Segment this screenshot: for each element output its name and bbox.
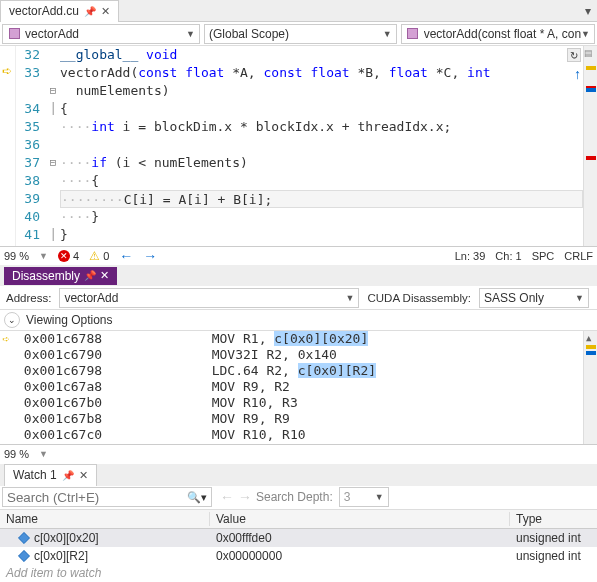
watch-header: Watch 1 📌 ✕	[0, 464, 597, 486]
expand-icon[interactable]: ⌄	[4, 312, 20, 328]
chevron-down-icon[interactable]: ▼	[39, 449, 48, 459]
disassembly-status-bar: 99 % ▼	[0, 444, 597, 463]
tab-label: vectorAdd.cu	[9, 4, 79, 18]
watch-name: c[0x0][0x20]	[34, 531, 99, 545]
editor-tab-bar: vectorAdd.cu 📌 ✕ ▾	[0, 0, 597, 22]
watch-search-input[interactable]: 🔍▾	[2, 487, 212, 507]
marker-current	[586, 66, 596, 70]
zoom-level[interactable]: 99 %	[4, 448, 29, 460]
variable-icon	[18, 550, 30, 562]
close-icon[interactable]: ✕	[79, 469, 88, 482]
pin-icon[interactable]: 📌	[84, 270, 96, 281]
disassembly-header: Disassembly 📌 ✕	[0, 265, 597, 286]
search-field[interactable]	[7, 490, 187, 505]
watch-value: 0x00000000	[210, 549, 510, 563]
search-icon[interactable]: 🔍▾	[187, 491, 207, 504]
chevron-down-icon: ▼	[186, 29, 195, 39]
warning-icon: ⚠	[89, 249, 100, 263]
nav-back-icon[interactable]: ←	[220, 489, 234, 505]
nav-back-icon[interactable]: ←	[119, 248, 133, 264]
scope-combo[interactable]: (Global Scope) ▼	[204, 24, 397, 44]
cube-icon	[407, 28, 418, 39]
indent-mode[interactable]: SPC	[532, 250, 555, 262]
viewing-options-label[interactable]: Viewing Options	[26, 313, 113, 327]
col-value-header[interactable]: Value	[210, 512, 510, 526]
address-label: Address:	[6, 292, 51, 304]
fold-column[interactable]: ⊟│⊟│	[46, 46, 60, 246]
search-depth-label: Search Depth:	[256, 490, 333, 504]
watch-type: unsigned int	[510, 549, 597, 563]
disassembly-toolbar: Address: vectorAdd ▼ CUDA Disassembly: S…	[0, 286, 597, 310]
editor-tab[interactable]: vectorAdd.cu 📌 ✕	[0, 0, 119, 22]
chevron-down-icon: ▼	[383, 29, 392, 39]
search-depth-controls: ← → Search Depth: 3 ▼	[214, 485, 397, 509]
marker-error	[586, 156, 596, 160]
disassembly-tab[interactable]: Disassembly 📌 ✕	[4, 267, 117, 285]
watch-tab[interactable]: Watch 1 📌 ✕	[4, 464, 97, 486]
scope-combo-row: vectorAdd ▼ (Global Scope) ▼ vectorAdd(c…	[0, 22, 597, 46]
watch-grid-header: Name Value Type	[0, 510, 597, 529]
chevron-down-icon[interactable]: ▼	[39, 251, 48, 261]
watch-type: unsigned int	[510, 531, 597, 545]
pin-icon[interactable]: 📌	[84, 6, 96, 17]
disassembly-body[interactable]: ➪ 0x001c6788 MOV R1, c[0x0][0x20] 0x001c…	[0, 331, 597, 444]
col-type-header[interactable]: Type	[510, 512, 597, 526]
disassembly-lines[interactable]: 0x001c6788 MOV R1, c[0x0][0x20] 0x001c67…	[16, 331, 583, 444]
zoom-level[interactable]: 99 %	[4, 250, 29, 262]
watch-tab-label: Watch 1	[13, 468, 57, 482]
scope-combo-label: (Global Scope)	[209, 27, 289, 41]
viewing-options-row: ⌄ Viewing Options	[0, 310, 597, 331]
line-indicator[interactable]: Ln: 39	[455, 250, 486, 262]
editor-status-bar: 99 % ▼ ✕4 ⚠0 ← → Ln: 39 Ch: 1 SPC CRLF	[0, 246, 597, 265]
disassembly-gutter: ➪	[0, 331, 16, 444]
col-name-header[interactable]: Name	[0, 512, 210, 526]
watch-row[interactable]: c[0x0][0x20]0x00fffde0unsigned int	[0, 529, 597, 547]
line-numbers: 32333435363738394041	[16, 46, 46, 246]
watch-rows: c[0x0][0x20]0x00fffde0unsigned intc[0x0]…	[0, 529, 597, 565]
breakpoint-gutter[interactable]: ➪	[0, 46, 16, 246]
chevron-down-icon: ▼	[375, 492, 384, 502]
error-icon: ✕	[58, 250, 70, 262]
chevron-down-icon: ▼	[346, 293, 355, 303]
function-combo[interactable]: vectorAdd(const float * A, con ▼	[401, 24, 595, 44]
current-line-arrow-icon: ➪	[2, 332, 9, 346]
watch-name: c[0x0][R2]	[34, 549, 88, 563]
marker	[586, 351, 596, 355]
dropdown-icon[interactable]: ▾	[579, 4, 597, 18]
disassembly-tab-label: Disassembly	[12, 269, 80, 283]
address-input[interactable]: vectorAdd ▼	[59, 288, 359, 308]
nav-forward-icon[interactable]: →	[238, 489, 252, 505]
watch-value: 0x00fffde0	[210, 531, 510, 545]
nav-forward-icon[interactable]: →	[143, 248, 157, 264]
close-icon[interactable]: ✕	[100, 269, 109, 282]
scroll-up-icon[interactable]: ▲	[586, 333, 591, 343]
pin-icon[interactable]: 📌	[62, 470, 74, 481]
code-editor[interactable]: ➪ 32333435363738394041 ⊟│⊟│ __global__ v…	[0, 46, 597, 246]
warning-count[interactable]: ⚠0	[89, 249, 109, 263]
project-combo[interactable]: vectorAdd ▼	[2, 24, 200, 44]
eol-mode[interactable]: CRLF	[564, 250, 593, 262]
current-line-arrow-icon: ➪	[2, 64, 12, 78]
split-icon[interactable]: ▤	[584, 48, 593, 58]
error-count[interactable]: ✕4	[58, 250, 79, 262]
chevron-down-icon: ▼	[575, 293, 584, 303]
watch-search-row: 🔍▾ ← → Search Depth: 3 ▼	[0, 486, 597, 510]
sync-icon[interactable]: ↻	[567, 48, 581, 62]
code-area[interactable]: __global__ voidvectorAdd(const float *A,…	[60, 46, 583, 246]
up-arrow-icon[interactable]: ↑	[574, 66, 581, 82]
search-depth-combo[interactable]: 3 ▼	[339, 487, 389, 507]
marker-info	[586, 88, 596, 92]
marker	[586, 345, 596, 349]
cuda-disasm-combo[interactable]: SASS Only ▼	[479, 288, 589, 308]
chevron-down-icon: ▼	[581, 29, 590, 39]
cuda-disasm-label: CUDA Disassembly:	[367, 292, 471, 304]
overview-ruler[interactable]: ▤	[583, 46, 597, 246]
function-combo-label: vectorAdd(const float * A, con	[424, 27, 581, 41]
col-indicator[interactable]: Ch: 1	[495, 250, 521, 262]
variable-icon	[18, 532, 30, 544]
watch-row[interactable]: c[0x0][R2]0x00000000unsigned int	[0, 547, 597, 565]
add-watch-item[interactable]: Add item to watch	[0, 565, 597, 582]
disassembly-scrollbar[interactable]: ▲	[583, 331, 597, 444]
project-combo-label: vectorAdd	[25, 27, 79, 41]
close-icon[interactable]: ✕	[101, 5, 110, 18]
